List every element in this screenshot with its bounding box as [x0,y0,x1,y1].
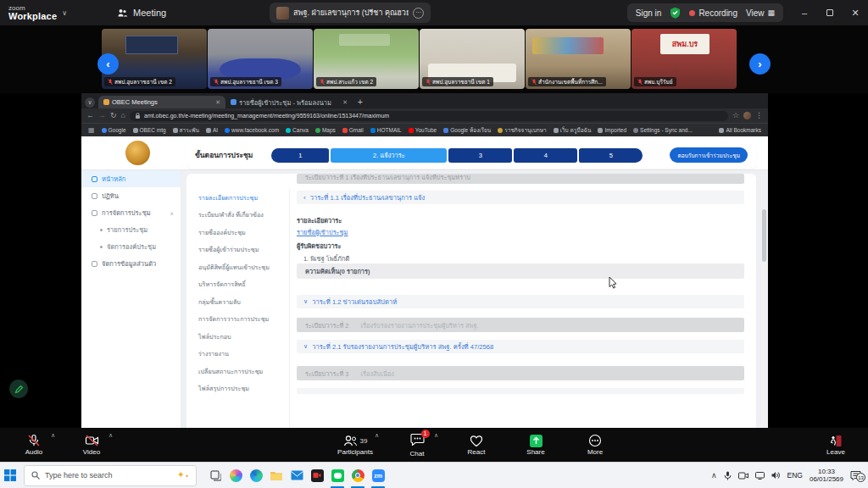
react-button[interactable]: React [453,428,500,462]
sidebar-item-profile[interactable]: จัดการข้อมูลส่วนตัว [81,255,181,272]
tray-camera-icon[interactable] [738,472,748,480]
bookmark-item[interactable]: Canva [286,127,309,133]
nav-regulations[interactable]: ระเบียบ/คำสั่ง ที่เกี่ยวข้อง [186,207,289,225]
all-bookmarks-button[interactable]: All Bookmarks [719,127,761,133]
more-options-icon[interactable]: ⋯ [413,8,424,19]
video-options-caret[interactable]: ∧ [108,432,113,438]
minimize-button[interactable]: – [792,0,817,25]
workplace-menu[interactable]: zoom Workplace ∨ [0,5,102,21]
accept-join-button[interactable]: ตอบรับการเข้าร่วมประชุม [670,147,748,163]
nav-quorum-list[interactable]: รายชื่อองค์ประชุม [186,224,289,241]
bookmark-folder[interactable]: เว็บ ครูมือฉัน [554,126,592,135]
participants-button[interactable]: ∧ 39 Participants [329,428,381,462]
step-3[interactable]: 3 [448,148,512,163]
nav-attendee-list[interactable]: รายชื่อผู้เข้าร่วมประชุม [186,241,289,259]
recording-indicator[interactable]: Recording [689,8,737,18]
browser-tab-active[interactable]: OBEC Meetings ✕ [98,96,225,108]
video-tile[interactable]: สพม.บร สพม.บุรีรัมย์ [632,29,737,89]
bookmark-item[interactable]: Gmail [342,127,364,133]
bookmark-item[interactable]: HOTMAIL [370,127,402,133]
recorder-button[interactable] [307,463,327,488]
chat-button[interactable]: ∧ 1 Chat [393,428,441,462]
tray-display-icon[interactable] [755,472,765,480]
sidebar-item-calendar[interactable]: ปฏิทิน [81,187,181,204]
tab-meeting[interactable]: Meeting [117,8,166,19]
zoom-app-button[interactable]: zm [368,463,388,488]
bookmark-item[interactable]: ราชกิจจานุเบกษา [498,126,546,135]
nav-agenda-management[interactable]: การจัดการวาระการประชุม [186,311,289,329]
audio-button[interactable]: ∧ Audio [10,428,58,462]
home-icon[interactable]: ⌂ [121,112,125,119]
sidebar-item-meeting-management[interactable]: การจัดการประชุม ∧ [81,204,181,221]
maximize-button[interactable] [817,0,843,25]
back-icon[interactable]: ← [86,112,94,119]
profile-avatar-icon[interactable] [743,112,751,119]
active-speaker-tab[interactable]: สพฐ. ฝ่ายเลขานุการ (ปรีชา คุณฮวย สะ ⋯ [270,3,431,23]
bookmark-star-icon[interactable]: ☆ [732,112,739,119]
tray-expand-icon[interactable]: ∧ [711,471,717,480]
copilot-button[interactable] [225,463,246,488]
participants-caret[interactable]: ∧ [375,432,379,438]
new-tab-button[interactable]: + [358,97,363,107]
bookmark-folder[interactable]: OBEC mtg [133,127,166,133]
taskbar-search-box[interactable]: Type here to search ✦✦ [24,465,197,486]
reload-icon[interactable]: ↻ [110,112,117,119]
tab-close-icon[interactable]: ✕ [342,99,348,106]
apps-grid-icon[interactable]: ▦ [88,126,95,134]
chevron-down-icon[interactable]: ∨ [62,9,67,17]
bookmark-item[interactable]: www.facebook.com [225,127,279,133]
nav-change-status[interactable]: เปลี่ยนสถานะการประชุม [186,363,289,380]
page-scrollbar[interactable] [762,208,766,428]
start-button[interactable] [0,463,20,488]
task-view-button[interactable] [205,463,225,488]
bookmark-item[interactable]: Maps [315,127,336,133]
nav-meeting-details[interactable]: รายละเอียดการประชุม [186,189,289,207]
line-button[interactable] [327,463,348,488]
language-indicator[interactable]: ENG [787,471,803,480]
nav-attachments[interactable]: ไฟล์ประกอบ [186,328,289,346]
tray-volume-icon[interactable] [771,471,781,480]
mail-button[interactable] [287,463,307,488]
step-5[interactable]: 5 [579,148,643,163]
forward-icon[interactable]: → [98,112,106,119]
browser-tab[interactable]: รายชื่อผู้เข้าประชุม - พร้อมลงนาม ✕ [225,96,353,108]
site-info-icon[interactable] [135,113,141,119]
audio-options-caret[interactable]: ∧ [51,432,55,438]
agenda-item-2-1[interactable]: ∨ วาระที่ 2.1 รับรองรายงานการประชุมผู้บร… [297,340,744,353]
notification-center-button[interactable]: 13 [850,470,861,480]
sidebar-item-home[interactable]: หน้าหลัก [81,170,181,187]
nav-manage-rights[interactable]: บริหารจัดการสิทธิ์ [186,276,289,294]
bookmark-item[interactable]: Google ห้องเรียน [443,126,491,135]
view-button[interactable]: View ▦ [746,8,775,18]
nav-summary-files[interactable]: ไฟล์สรุปการประชุม [186,380,289,398]
tray-mic-icon[interactable] [724,471,732,480]
clock[interactable]: 10:33 06/01/2569 [810,468,843,484]
sign-in-button[interactable]: Sign in [636,8,662,18]
nav-approve-delegates[interactable]: อนุมัติสิทธิ์ผู้แทนเข้าประชุม [186,258,289,276]
more-button[interactable]: More [571,428,619,462]
scrollbar-thumb[interactable] [762,209,766,262]
comments-bar[interactable]: ความคิดเห็น(0 รายการ) [297,263,744,279]
tab-close-icon[interactable]: ✕ [215,99,220,106]
edge-button[interactable] [246,463,266,488]
chat-caret[interactable]: ∧ [434,432,438,438]
share-button[interactable]: Share [512,428,559,462]
step-4[interactable]: 4 [514,148,577,163]
file-explorer-button[interactable] [266,463,287,488]
agenda-item-1-2[interactable]: ∨ วาระที่ 1.2 ข่าวเด่นรอบสัปดาห์ [297,295,744,308]
bookmark-item[interactable]: Settings - Sync and... [633,127,693,133]
browser-menu-icon[interactable]: ⋮ [755,112,763,119]
filmstrip-prev-button[interactable]: ‹ [97,53,119,75]
video-button[interactable]: ∧ Video [68,428,115,462]
step-2-active[interactable]: 2. แจ้งวาระ [331,148,447,163]
security-shield-icon[interactable] [670,7,681,19]
annotate-tool-button[interactable] [9,380,28,398]
nav-confidential-groups[interactable]: กลุ่มชั้นความลับ [186,293,289,311]
video-tile[interactable]: สพป.สระแก้ว เขต 2 [314,29,419,89]
nav-draft-report[interactable]: ร่างรายงาน [186,346,289,363]
bookmark-folder[interactable]: AI [206,127,218,133]
bookmark-item[interactable]: YouTube [409,127,437,133]
sidebar-item-meeting-list[interactable]: รายการประชุม [81,221,181,238]
agenda-item-1-1[interactable]: ‹ วาระที่ 1.1 เรื่องที่ประธาน/เลขานุการ … [297,191,744,204]
bookmark-item[interactable]: Google [102,127,126,133]
